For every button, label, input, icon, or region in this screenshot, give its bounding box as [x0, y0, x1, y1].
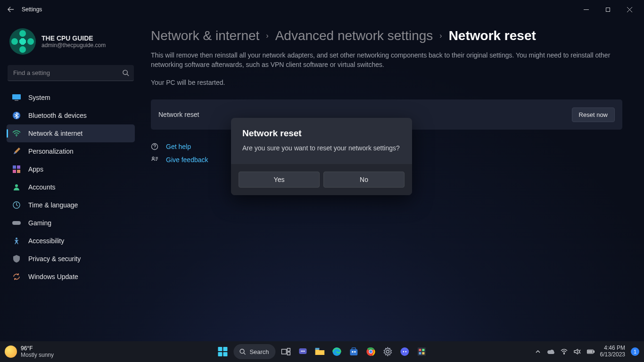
svg-rect-3	[15, 100, 18, 101]
sidebar-item-label: Network & internet	[28, 130, 83, 137]
profile-block[interactable]: THE CPU GUIDE admin@thecpuguide.com	[7, 24, 135, 63]
search-box	[8, 65, 134, 81]
help-icon	[151, 143, 159, 150]
clock-globe-icon	[12, 201, 21, 209]
maximize-button[interactable]	[597, 2, 619, 16]
confirm-dialog: Network reset Are you sure you want to r…	[231, 118, 412, 195]
profile-email: admin@thecpuguide.com	[41, 42, 106, 49]
svg-rect-26	[350, 349, 358, 355]
chevron-right-icon: ›	[266, 32, 268, 40]
svg-point-5	[16, 136, 17, 137]
taskbar-search-label: Search	[249, 348, 269, 355]
weather-widget[interactable]: 96°F Mostly sunny	[5, 345, 54, 359]
tray-chevron-icon[interactable]	[534, 348, 542, 355]
app-icon[interactable]	[415, 345, 429, 358]
svg-point-35	[403, 351, 405, 352]
svg-point-34	[401, 347, 409, 356]
search-icon	[122, 69, 129, 76]
svg-rect-0	[606, 8, 610, 11]
sidebar-item-windows-update[interactable]: Windows Update	[7, 268, 135, 286]
battery-icon[interactable]	[587, 348, 594, 355]
chrome-icon[interactable]	[364, 345, 378, 358]
gamepad-icon	[12, 219, 21, 227]
svg-rect-8	[13, 170, 16, 173]
reset-now-button[interactable]: Reset now	[572, 107, 615, 122]
sidebar-item-accounts[interactable]: Accounts	[7, 178, 135, 196]
dialog-message: Are you sure you want to reset your netw…	[242, 144, 401, 152]
search-input[interactable]	[8, 65, 134, 81]
back-button[interactable]	[4, 2, 18, 16]
store-icon[interactable]	[347, 345, 361, 358]
sidebar-item-label: Apps	[28, 165, 43, 173]
link-label: Get help	[166, 143, 191, 150]
svg-point-22	[302, 351, 303, 352]
sidebar-item-label: Personalization	[28, 148, 74, 155]
settings-taskbar-icon[interactable]	[381, 345, 395, 358]
svg-rect-41	[422, 352, 425, 354]
chevron-right-icon: ›	[439, 32, 442, 40]
sidebar-item-label: Privacy & security	[28, 255, 81, 263]
svg-rect-6	[13, 165, 16, 169]
start-button[interactable]	[215, 345, 230, 359]
svg-rect-7	[17, 165, 20, 169]
breadcrumb-link[interactable]: Network & internet	[151, 28, 259, 43]
sidebar-item-network[interactable]: Network & internet	[7, 124, 135, 142]
svg-rect-24	[315, 348, 320, 350]
sidebar-item-accessibility[interactable]: Accessibility	[7, 232, 135, 250]
sidebar-item-label: Accounts	[28, 183, 56, 191]
minimize-button[interactable]	[575, 2, 597, 16]
svg-rect-28	[352, 351, 354, 353]
page-description: This will remove then reinstall all your…	[151, 51, 622, 69]
weather-condition: Mostly sunny	[21, 352, 54, 358]
svg-point-23	[304, 351, 305, 352]
person-icon	[12, 183, 21, 191]
weather-icon	[5, 346, 17, 358]
dialog-no-button[interactable]: No	[323, 172, 405, 188]
svg-rect-40	[419, 352, 421, 354]
edge-icon[interactable]	[330, 345, 344, 358]
sidebar-item-label: Gaming	[28, 219, 51, 227]
taskbar: 96°F Mostly sunny Search 4:46 PM 6/13/20…	[0, 341, 644, 362]
svg-point-1	[123, 70, 127, 74]
clock[interactable]: 4:46 PM 6/13/2023	[600, 345, 625, 358]
search-icon	[239, 348, 246, 355]
svg-rect-37	[418, 347, 426, 356]
restart-note: Your PC will be restarted.	[151, 79, 625, 86]
sidebar-item-apps[interactable]: Apps	[7, 160, 135, 178]
profile-name: THE CPU GUIDE	[41, 34, 106, 42]
taskbar-search[interactable]: Search	[233, 344, 275, 359]
notification-badge[interactable]: 1	[631, 347, 639, 356]
link-label: Give feedback	[166, 156, 208, 164]
sidebar-item-personalization[interactable]: Personalization	[7, 142, 135, 160]
sidebar-item-label: System	[28, 94, 50, 101]
svg-point-36	[405, 351, 407, 352]
svg-point-33	[387, 350, 389, 353]
svg-point-42	[564, 354, 565, 354]
sidebar-item-label: Windows Update	[28, 273, 78, 280]
accessibility-icon	[12, 237, 21, 245]
sidebar-item-system[interactable]: System	[7, 89, 135, 107]
sidebar-item-privacy[interactable]: Privacy & security	[7, 250, 135, 268]
apps-icon	[12, 165, 21, 173]
chat-icon[interactable]	[297, 345, 310, 358]
update-icon	[12, 272, 21, 281]
volume-icon[interactable]	[574, 348, 581, 355]
monitor-icon	[12, 93, 21, 102]
titlebar: Settings	[0, 0, 644, 19]
onedrive-icon[interactable]	[547, 348, 555, 355]
svg-rect-39	[422, 349, 425, 351]
feedback-icon	[151, 156, 159, 164]
svg-rect-18	[288, 348, 290, 351]
sidebar-item-gaming[interactable]: Gaming	[7, 214, 135, 232]
sidebar-item-bluetooth[interactable]: Bluetooth & devices	[7, 107, 135, 124]
discord-icon[interactable]	[398, 345, 412, 358]
clock-time: 4:46 PM	[600, 345, 625, 352]
svg-rect-29	[355, 351, 356, 353]
wifi-tray-icon[interactable]	[561, 348, 568, 355]
breadcrumb-link[interactable]: Advanced network settings	[275, 28, 433, 43]
sidebar-item-time-language[interactable]: Time & language	[7, 196, 135, 214]
file-explorer-icon[interactable]	[314, 345, 327, 358]
task-view-icon[interactable]	[280, 345, 293, 358]
dialog-yes-button[interactable]: Yes	[239, 172, 320, 188]
close-button[interactable]	[619, 2, 640, 16]
